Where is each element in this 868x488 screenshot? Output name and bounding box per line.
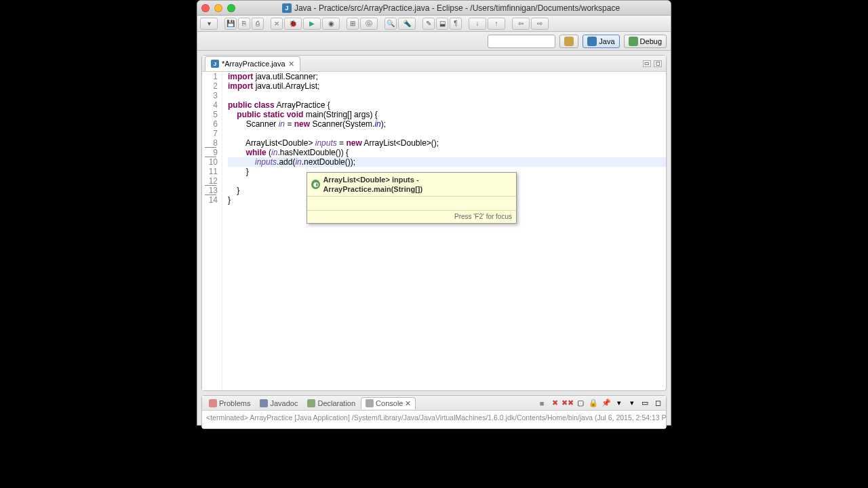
minimize-window-button[interactable] <box>214 4 222 12</box>
hover-tooltip: ◐ ArrayList<Double> inputs - ArrayPracti… <box>307 172 517 224</box>
minimize-editor-button[interactable]: ▭ <box>643 60 651 67</box>
next-annotation-button[interactable]: ↓ <box>469 18 486 30</box>
save-button[interactable]: 💾 <box>224 18 237 30</box>
perspective-bar: Java Debug <box>197 32 671 51</box>
scroll-lock-button[interactable]: 🔒 <box>588 398 599 409</box>
forward-button[interactable]: ⇨ <box>531 18 549 30</box>
open-console-button[interactable]: ▾ <box>627 398 637 409</box>
editor-area: J *ArrayPractice.java ✕ ▭ ◻ 1 2 3 4 5 6 … <box>201 55 667 391</box>
maximize-panel-button[interactable]: ◻ <box>652 398 663 409</box>
debug-perspective-button[interactable]: Debug <box>624 35 667 48</box>
display-console-button[interactable]: ▾ <box>614 398 625 409</box>
zoom-window-button[interactable] <box>227 4 235 12</box>
local-variable-icon: ◐ <box>311 180 320 189</box>
save-all-button[interactable]: ⎘ <box>238 18 250 30</box>
terminate-button[interactable]: ■ <box>536 398 547 409</box>
declaration-tab-label: Declaration <box>317 399 355 407</box>
declaration-tab[interactable]: Declaration <box>303 397 359 409</box>
new-java-package-button[interactable]: ⊞ <box>347 18 359 30</box>
window-controls <box>201 4 235 12</box>
console-tab-label: Console <box>376 399 403 407</box>
console-output[interactable]: <terminated> ArrayPractice [Java Applica… <box>202 411 666 428</box>
java-file-icon: J <box>211 60 219 68</box>
back-button[interactable]: ⇦ <box>512 18 530 30</box>
close-tab-icon[interactable]: ✕ <box>288 60 294 68</box>
pin-console-button[interactable]: 📌 <box>601 398 612 409</box>
search-button[interactable]: 🔦 <box>398 18 416 30</box>
editor-tab-label: *ArrayPractice.java <box>222 60 285 68</box>
window-title: Java - Practice/src/ArrayPractice.java -… <box>294 3 620 13</box>
debug-button[interactable]: 🐞 <box>284 18 302 30</box>
toggle-mark-button[interactable]: ✎ <box>422 18 435 30</box>
print-button[interactable]: ⎙ <box>252 18 264 30</box>
maximize-editor-button[interactable]: ◻ <box>654 60 662 67</box>
line-number-gutter: 1 2 3 4 5 6 7 8 9 10 11 12 13 14 <box>202 72 222 390</box>
clear-console-button[interactable]: ▢ <box>575 398 586 409</box>
titlebar: J Java - Practice/src/ArrayPractice.java… <box>197 1 671 16</box>
prev-annotation-button[interactable]: ↑ <box>488 18 505 30</box>
javadoc-tab[interactable]: Javadoc <box>256 397 302 409</box>
quick-access-input[interactable] <box>488 35 555 48</box>
editor-tabs: J *ArrayPractice.java ✕ ▭ ◻ <box>202 56 666 72</box>
open-perspective-button[interactable] <box>559 35 578 48</box>
toggle-block-button[interactable]: ⬓ <box>436 18 448 30</box>
tooltip-text: ArrayList<Double> inputs - ArrayPractice… <box>323 175 512 194</box>
console-tab[interactable]: Console ✕ <box>361 397 416 409</box>
run-button[interactable]: ▶ <box>303 18 321 30</box>
main-toolbar: ▾ 💾 ⎘ ⎙ ⤫ 🐞 ▶ ◉ ⊞ Ⓖ 🔍 🔦 ✎ ⬓ ¶ ↓ ↑ ⇦ ⇨ <box>197 16 671 32</box>
run-last-button[interactable]: ◉ <box>322 18 340 30</box>
code-editor[interactable]: 1 2 3 4 5 6 7 8 9 10 11 12 13 14 import … <box>202 72 666 390</box>
tooltip-footer: Press 'F2' for focus <box>307 210 516 223</box>
problems-tab[interactable]: Problems <box>205 397 254 409</box>
open-type-button[interactable]: 🔍 <box>384 18 397 30</box>
java-file-icon: J <box>282 3 292 13</box>
remove-all-button[interactable]: ✖✖ <box>562 398 573 409</box>
javadoc-tab-label: Javadoc <box>270 399 298 407</box>
close-console-icon[interactable]: ✕ <box>405 399 411 408</box>
java-perspective-button[interactable]: Java <box>583 35 619 48</box>
remove-launch-button[interactable]: ✖ <box>549 398 560 409</box>
new-java-class-button[interactable]: Ⓖ <box>360 18 378 30</box>
debug-perspective-label: Debug <box>640 37 662 45</box>
show-whitespace-button[interactable]: ¶ <box>450 18 462 30</box>
new-button[interactable]: ▾ <box>200 18 218 30</box>
java-perspective-label: Java <box>599 37 614 45</box>
eclipse-window: J Java - Practice/src/ArrayPractice.java… <box>197 0 671 426</box>
editor-tab-arraypractice[interactable]: J *ArrayPractice.java ✕ <box>205 56 300 71</box>
minimize-panel-button[interactable]: ▭ <box>639 398 650 409</box>
bottom-panel: Problems Javadoc Declaration Console ✕ ■… <box>201 395 667 429</box>
skip-breakpoints-button[interactable]: ⤫ <box>271 18 283 30</box>
problems-tab-label: Problems <box>219 399 250 407</box>
close-window-button[interactable] <box>201 4 210 12</box>
